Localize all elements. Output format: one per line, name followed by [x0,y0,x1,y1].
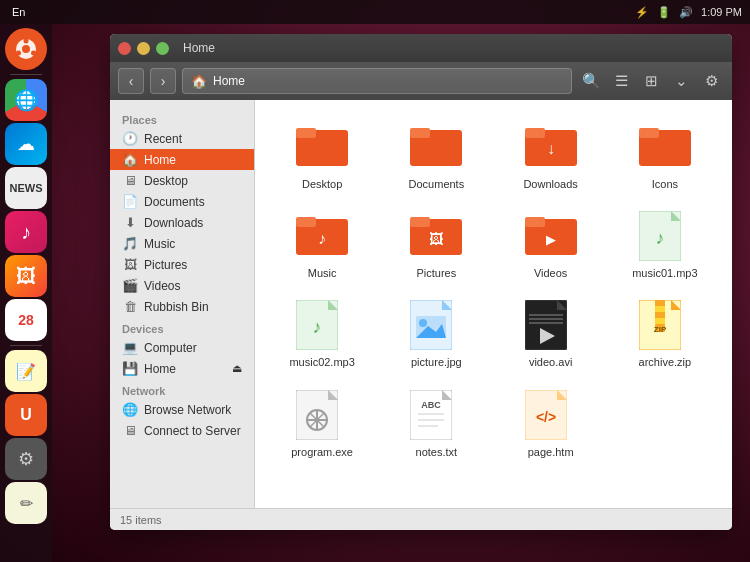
launcher-icon-news[interactable]: NEWS [5,167,47,209]
connect-server-icon: 🖥 [122,423,138,438]
file-item-page[interactable]: </> page.htm [496,384,606,465]
file-name-music: Music [308,267,337,280]
launcher-icon-calendar[interactable]: 28 [5,299,47,341]
folder-icon-pictures: 🖼 [410,211,462,263]
launcher-icon-chrome[interactable]: 🌐 [5,79,47,121]
svg-text:♪: ♪ [655,228,664,248]
svg-point-4 [31,51,36,56]
location-bar[interactable]: 🏠 Home [182,68,572,94]
sidebar-label-recent: Recent [144,132,182,146]
launcher-icon-ubuntu-one[interactable]: U [5,394,47,436]
sidebar-label-downloads: Downloads [144,216,203,230]
file-manager-window: Home ‹ › 🏠 Home 🔍 ☰ ⊞ ⌄ ⚙ Places 🕐 Recen… [110,34,732,530]
desktop-icon: 🖥 [122,173,138,188]
file-item-music02[interactable]: ♪ music02.mp3 [267,294,377,375]
file-item-icons[interactable]: Icons [610,116,720,197]
grid-view-button[interactable]: ⊞ [638,68,664,94]
launcher-icon-editor[interactable]: ✏ [5,482,47,524]
sidebar-label-home-device: Home [144,362,176,376]
sidebar-item-computer[interactable]: 💻 Computer [110,337,254,358]
file-content: Desktop Documents [255,100,732,508]
sidebar-item-home-device[interactable]: 💾 Home ⏏ [110,358,254,379]
file-item-notes[interactable]: ABC notes.txt [381,384,491,465]
file-item-pictures[interactable]: 🖼 Pictures [381,205,491,286]
folder-icon-icons [639,122,691,174]
file-name-archive: archive.zip [639,356,692,369]
location-text: Home [213,74,245,88]
svg-text:ZIP: ZIP [654,325,667,334]
svg-rect-47 [655,312,665,318]
home-device-icon: 💾 [122,361,138,376]
svg-rect-39 [529,314,563,316]
launcher-icon-settings[interactable]: ⚙ [5,438,47,480]
sidebar-item-home[interactable]: 🏠 Home [110,149,254,170]
sidebar-label-rubbish: Rubbish Bin [144,300,209,314]
svg-point-2 [24,39,29,44]
file-icon-page: </> [525,390,577,442]
sidebar-label-browse-network: Browse Network [144,403,231,417]
home-sidebar-icon: 🏠 [122,152,138,167]
minimize-button[interactable] [137,42,150,55]
sidebar-item-documents[interactable]: 📄 Documents [110,191,254,212]
file-name-music01: music01.mp3 [632,267,697,280]
battery-icon: 🔋 [657,6,671,19]
search-button[interactable]: 🔍 [578,68,604,94]
file-grid: Desktop Documents [267,116,720,465]
sidebar-item-rubbish[interactable]: 🗑 Rubbish Bin [110,296,254,317]
launcher-divider-1 [10,74,42,75]
file-name-downloads: Downloads [523,178,577,191]
sidebar-item-recent[interactable]: 🕐 Recent [110,128,254,149]
documents-icon: 📄 [122,194,138,209]
file-item-music01[interactable]: ♪ music01.mp3 [610,205,720,286]
folder-icon-videos: ▶ [525,211,577,263]
sidebar-item-browse-network[interactable]: 🌐 Browse Network [110,399,254,420]
sort-button[interactable]: ⌄ [668,68,694,94]
launcher-icon-photo[interactable]: 🖼 [5,255,47,297]
file-item-documents[interactable]: Documents [381,116,491,197]
sidebar-label-connect-server: Connect to Server [144,424,241,438]
close-button[interactable] [118,42,131,55]
file-name-pictures: Pictures [417,267,457,280]
file-item-archive[interactable]: ZIP archive.zip [610,294,720,375]
maximize-button[interactable] [156,42,169,55]
back-button[interactable]: ‹ [118,68,144,94]
svg-text:↓: ↓ [547,140,555,157]
svg-point-35 [419,319,427,327]
forward-button[interactable]: › [150,68,176,94]
launcher-icon-music[interactable]: ♪ [5,211,47,253]
volume-icon: 🔊 [679,6,693,19]
window-title: Home [183,41,215,55]
file-name-desktop: Desktop [302,178,342,191]
sidebar-item-desktop[interactable]: 🖥 Desktop [110,170,254,191]
file-icon-archive: ZIP [639,300,691,352]
downloads-icon: ⬇ [122,215,138,230]
sidebar-item-connect-server[interactable]: 🖥 Connect to Server [110,420,254,441]
list-view-button[interactable]: ☰ [608,68,634,94]
file-item-picture[interactable]: picture.jpg [381,294,491,375]
sidebar-label-home: Home [144,153,176,167]
file-item-music[interactable]: ♪ Music [267,205,377,286]
launcher-icon-ubuntu[interactable] [5,28,47,70]
file-item-program[interactable]: program.exe [267,384,377,465]
sidebar-item-downloads[interactable]: ⬇ Downloads [110,212,254,233]
file-name-video: video.avi [529,356,572,369]
file-item-downloads[interactable]: ↓ Downloads [496,116,606,197]
eject-icon: ⏏ [232,362,242,375]
file-item-video[interactable]: video.avi [496,294,606,375]
sidebar-section-network: Network [110,379,254,399]
file-icon-video [525,300,577,352]
file-item-videos[interactable]: ▶ Videos [496,205,606,286]
sidebar-item-music[interactable]: 🎵 Music [110,233,254,254]
file-item-desktop[interactable]: Desktop [267,116,377,197]
sidebar-item-videos[interactable]: 🎬 Videos [110,275,254,296]
launcher-icon-onedrive[interactable]: ☁ [5,123,47,165]
settings-button[interactable]: ⚙ [698,68,724,94]
music-icon: 🎵 [122,236,138,251]
sidebar-item-pictures[interactable]: 🖼 Pictures [110,254,254,275]
network-icon: ⚡ [635,6,649,19]
svg-rect-40 [529,318,563,320]
svg-point-1 [22,45,30,53]
rubbish-icon: 🗑 [122,299,138,314]
svg-text:🖼: 🖼 [429,231,443,247]
launcher-icon-notes[interactable]: 📝 [5,350,47,392]
